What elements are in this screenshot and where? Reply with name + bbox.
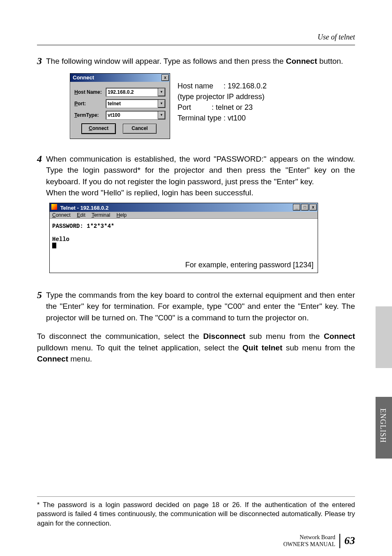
menu-connect[interactable]: Connect (52, 212, 71, 218)
step4-para1: When communication is established, the w… (46, 153, 355, 188)
side-tab-label: ENGLISH (378, 408, 387, 443)
info-host-note: (type projector IP address) (178, 91, 267, 102)
step-3-text: The following window will appear. Type a… (46, 56, 355, 67)
telnet-example: For example, entering password [1234] (50, 253, 318, 273)
info-term: Terminal type : vt100 (178, 113, 267, 123)
info-port: Port : telnet or 23 (178, 102, 267, 113)
chevron-down-icon[interactable]: ▼ (158, 111, 165, 119)
term-label-rest: ermType: (77, 112, 99, 118)
step-5-number: 5 (37, 290, 46, 324)
connect-word-2: Connect (37, 354, 68, 363)
step-3-number: 3 (37, 56, 46, 67)
terminal-output: PASSWORD: 1*2*3*4* Hello (52, 223, 114, 243)
p2b: sub menu from the (245, 332, 324, 341)
header-section: Use of telnet (25, 33, 355, 42)
p2a: To disconnect the communication, select … (37, 332, 203, 341)
footnote: * The password is a login password decid… (37, 500, 355, 528)
port-value: telnet (106, 101, 158, 107)
telnet-terminal[interactable]: PASSWORD: 1*2*3*4* Hello (50, 219, 318, 253)
quit-word: Quit telnet (242, 343, 282, 352)
footer: Network Board OWNER'S MANUAL 63 (25, 534, 355, 548)
p2c: pulldown menu. To quit the telnet applic… (37, 343, 242, 352)
close-icon[interactable]: x (161, 74, 169, 81)
telnet-title-wrap: Telnet - 192.168.0.2 (51, 204, 108, 211)
step-5b: To disconnect the communication, select … (37, 331, 355, 365)
step5-para2: To disconnect the communication, select … (37, 331, 355, 365)
close-icon[interactable]: x (309, 204, 317, 211)
footer-line1: Network Board (283, 534, 335, 541)
step3-connect-word: Connect (286, 57, 317, 65)
telnet-title: Telnet - 192.168.0.2 (60, 205, 109, 211)
host-row: Host Name: 192.168.0.2 ▼ (74, 88, 166, 97)
connect-dialog: Connect x Host Name: 192.168.0.2 ▼ Port:… (70, 73, 170, 139)
p2e: menu. (68, 354, 92, 363)
term-value: vt100 (106, 112, 158, 118)
menu-edit[interactable]: Edit (77, 212, 85, 218)
telnet-menubar: Connect Edit Terminal Help (50, 212, 318, 219)
maximize-icon[interactable]: □ (301, 204, 309, 211)
host-value: 192.168.0.2 (106, 89, 158, 95)
connect-dialog-titlebar: Connect x (70, 74, 170, 82)
side-tab-english[interactable]: ENGLISH (376, 397, 392, 459)
connect-btn-rest: onnect (92, 125, 108, 131)
step-4-text: When communication is established, the w… (46, 153, 355, 199)
disconnect-word: Disconnect (203, 332, 245, 341)
host-label-rest: ost Name: (78, 89, 102, 95)
minimize-icon[interactable]: _ (293, 204, 300, 211)
telnet-example-text: For example, entering password [1234] (185, 261, 314, 269)
footer-line2: OWNER'S MANUAL (283, 541, 335, 548)
step3-text-b: button. (317, 57, 343, 65)
step-5-text: Type the commands from the key board to … (46, 290, 355, 324)
cancel-button[interactable]: Cancel (123, 124, 157, 134)
menu-help[interactable]: Help (117, 212, 127, 218)
step4-para2: When the word "Hello" is replied, login … (46, 187, 355, 199)
dialog-side-info: Host name : 192.168.0.2 (type projector … (178, 73, 267, 123)
connect-button[interactable]: Connect (82, 124, 115, 134)
term-input[interactable]: vt100 ▼ (106, 111, 166, 120)
cursor-icon (52, 243, 56, 248)
footer-text: Network Board OWNER'S MANUAL (283, 534, 340, 548)
port-label: Port: (74, 101, 106, 107)
port-input[interactable]: telnet ▼ (106, 99, 166, 108)
chevron-down-icon[interactable]: ▼ (158, 88, 165, 96)
connect-dialog-body: Host Name: 192.168.0.2 ▼ Port: telnet ▼ … (70, 82, 170, 139)
host-input[interactable]: 192.168.0.2 ▼ (106, 88, 166, 97)
dialog-buttons: Connect Cancel (74, 124, 166, 134)
step-4: 4 When communication is established, the… (37, 153, 355, 199)
step3-text-a: The following window will appear. Type a… (46, 57, 286, 65)
step-4-number: 4 (37, 153, 46, 199)
window-controls: _ □ x (293, 204, 317, 211)
step-5: 5 Type the commands from the key board t… (37, 290, 355, 324)
telnet-window: Telnet - 192.168.0.2 _ □ x Connect Edit … (49, 203, 318, 273)
telnet-titlebar: Telnet - 192.168.0.2 _ □ x (50, 203, 318, 212)
connect-word-1: Connect (324, 332, 355, 341)
step5-para1: Type the commands from the key board to … (46, 290, 355, 324)
page-number: 63 (344, 535, 355, 547)
step-3: 3 The following window will appear. Type… (37, 56, 355, 67)
term-row: TermType: vt100 ▼ (74, 111, 166, 120)
side-tab-gray (376, 306, 392, 368)
term-label: TermType: (74, 112, 106, 118)
telnet-app-icon (51, 204, 57, 210)
header-rule (37, 45, 355, 45)
info-host: Host name : 192.168.0.2 (178, 81, 267, 91)
chevron-down-icon[interactable]: ▼ (158, 100, 165, 108)
footnote-rule (37, 496, 355, 497)
connect-dialog-title: Connect (73, 74, 94, 81)
port-label-rest: ort: (78, 101, 86, 107)
p2d: sub menu from the (282, 343, 355, 352)
menu-terminal[interactable]: Terminal (92, 212, 110, 218)
host-label: Host Name: (74, 89, 106, 95)
port-row: Port: telnet ▼ (74, 99, 166, 108)
connect-dialog-row: Connect x Host Name: 192.168.0.2 ▼ Port:… (70, 73, 355, 139)
page: Use of telnet 3 The following window wil… (0, 0, 392, 556)
